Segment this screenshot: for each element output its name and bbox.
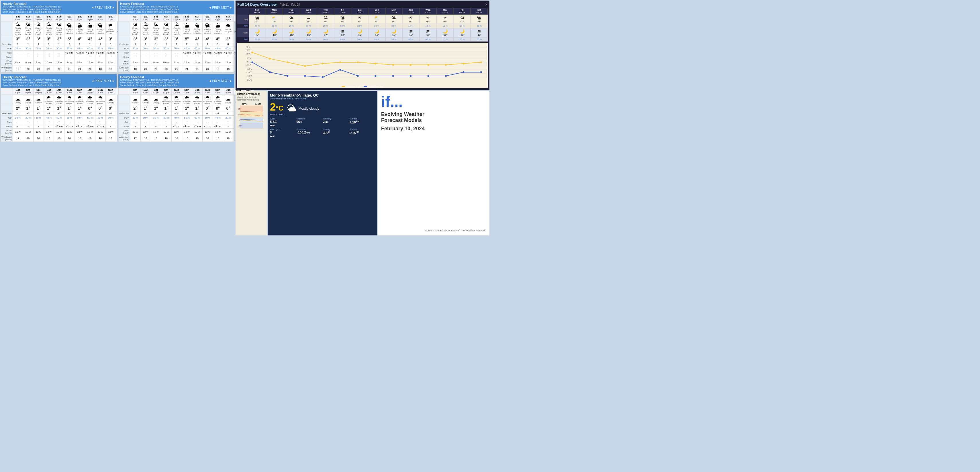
rain-cell-2: - <box>151 51 161 55</box>
overview-close-btn[interactable]: ✕ <box>485 3 488 6</box>
temp-cell-7: 0° <box>202 105 213 111</box>
feels-like-label: FEELS LIKE 1 <box>270 113 285 116</box>
snow-row-label: Snow <box>119 55 130 59</box>
day-header-2: Tue02/13 <box>283 8 300 14</box>
rain-cell-1: - <box>23 120 33 124</box>
historic-months: FEB MAR <box>237 103 265 106</box>
hour-header-7: Sat3 pm <box>202 14 213 21</box>
pop-cell-8: 40 % <box>213 116 223 120</box>
temp-cell-8: 4° <box>213 36 223 42</box>
wind-cell-6: 14 w <box>75 59 85 66</box>
wind-cell-0: 11 w <box>130 129 140 135</box>
hour-header-5: Sat1 pm <box>182 14 192 21</box>
gust-cell-0: 17 <box>13 135 23 142</box>
svg-text:25°: 25° <box>238 108 241 110</box>
feels-cell-0: 1 <box>130 42 140 46</box>
night-icon-cell-3: 🌙-16° <box>300 28 317 37</box>
gust-cell-6: 18 <box>192 135 202 142</box>
top-left-next-btn[interactable]: NEXT ► <box>104 6 115 9</box>
temp-cell-2: 3° <box>151 36 161 42</box>
temp-cell-0: 2° <box>13 105 23 111</box>
feels-cell-6: 1 <box>192 42 202 46</box>
overview-title: Full 14 Days Overview <box>237 2 277 6</box>
feels-cell-9: 0 <box>105 42 116 46</box>
pop-cell-5: 60 % <box>64 116 75 120</box>
temp-cell-6: 1° <box>192 105 202 111</box>
night-icon-cell-12: 🌙-13° <box>453 28 471 37</box>
rain-cell-0: - <box>130 51 140 55</box>
condition-cell-7: 🌨Scattered flurries <box>85 95 95 105</box>
bottom-left-prev-btn[interactable]: ◄ PREV <box>91 79 103 83</box>
hour-header-6: Sun2 am <box>75 88 85 95</box>
condition-cell-2: ☁Cloudy <box>151 95 161 105</box>
temp-cell-3: 3° <box>161 36 171 42</box>
wind-cell-0: 6 sw <box>13 59 23 66</box>
pressure-detail: Pressure ↑100.2kPa <box>297 128 322 137</box>
pop-cell-1: 30 % <box>140 46 151 51</box>
night-icon-cell-0: 🌙-5° <box>249 28 266 37</box>
snow-cell-1: - <box>23 124 33 129</box>
feels-cell-5: -3 <box>182 111 192 116</box>
gust-cell-9: 18 <box>223 66 233 73</box>
condition-cell-3: 🌤Cloudy with sunny breaks <box>43 21 54 36</box>
wind-gust-label: Wind gust <box>270 128 296 130</box>
mar-label: MAR <box>255 103 261 106</box>
bottom-middle-prev-btn[interactable]: ◄ PREV <box>208 79 220 83</box>
pop-cell-3: 30 % <box>161 46 171 51</box>
snow-row-label: Snow <box>1 55 13 59</box>
condition-cell-0: ☁Cloudy <box>130 95 140 105</box>
svg-point-23 <box>322 63 323 64</box>
top-middle-prev-btn[interactable]: ◄ PREV <box>208 6 220 9</box>
svg-point-21 <box>286 61 288 63</box>
pop-cell-0: 30 % <box>13 46 23 51</box>
temp-cell-4: 3° <box>171 36 182 42</box>
wind-cell-1: 12 w <box>23 129 33 135</box>
snow-row-label: Snow <box>1 124 13 129</box>
wind-cell-6: 14 w <box>192 59 202 66</box>
pop-cell-6: 60 % <box>75 116 85 120</box>
svg-point-41 <box>392 75 394 77</box>
hour-header-6: Sat2 pm <box>192 14 202 21</box>
feels-cell-0: 1 <box>13 42 23 46</box>
pop-cell-6: 40 % <box>75 46 85 51</box>
temp-cell-7: 4° <box>85 36 95 42</box>
night-pop-cell-1: 20 % <box>266 37 283 41</box>
feels-cell-8: 1 <box>95 42 105 46</box>
bottom-left-next-btn[interactable]: NEXT ► <box>104 79 115 83</box>
visibility-value: 2km <box>323 120 348 124</box>
svg-point-40 <box>374 75 376 77</box>
gust-cell-1: 20 <box>23 66 33 73</box>
forecast-table: Sat8 amSat9 amSat10 amSat11 amSat12 pmSa… <box>118 14 254 73</box>
bottom-left-header: Hourly Forecast SATURDAY, FEBRUARY 10 - … <box>1 74 117 87</box>
wind-cell-4: 12 w <box>171 129 182 135</box>
bottom-middle-next-btn[interactable]: NEXT ► <box>221 79 232 83</box>
svg-point-31 <box>463 63 464 64</box>
day-icon-cell-4: 🌤-7° <box>317 14 334 24</box>
ceiling-detail: Ceiling 300m <box>323 128 348 137</box>
bottom-middle-header: Hourly Forecast SATURDAY, FEBRUARY 10 - … <box>118 74 234 87</box>
night-legend-label: Nighttime low <box>368 85 383 88</box>
temp-cell-4: 1° <box>54 105 64 111</box>
gust-cell-5: 21 <box>64 66 75 73</box>
ceiling-label: Ceiling <box>323 128 348 130</box>
pop-cell-6: 60 % <box>192 116 202 120</box>
feels-like-row-label: Feels like <box>1 111 13 116</box>
gust-cell-7: 18 <box>85 135 95 142</box>
feels-cell-9: -4 <box>105 111 116 116</box>
forecast-table: Sat8 amSat9 amSat10 amSat11 amSat12 pmSa… <box>1 14 137 73</box>
night-legend-color <box>364 86 367 87</box>
rain-cell-8: <1 mm <box>95 51 105 55</box>
night-pop-cell-10: 60 % <box>420 37 437 41</box>
night-icon-cell-9: 🌨-16° <box>402 28 420 37</box>
gust-cell-4: 18 <box>54 135 64 142</box>
pop-cell-7: 60 % <box>202 116 213 120</box>
top-left-prev-btn[interactable]: ◄ PREV <box>91 6 103 9</box>
top-middle-next-btn[interactable]: NEXT ► <box>221 6 232 9</box>
rain-cell-1: - <box>23 51 33 55</box>
day-pop-cell-2: 30 % <box>283 24 300 28</box>
svg-point-36 <box>304 75 306 77</box>
snow-cell-3: - <box>161 124 171 129</box>
night-pop-cell-9: 60 % <box>402 37 420 41</box>
current-temp: 2°C <box>270 101 283 113</box>
svg-point-37 <box>322 76 323 78</box>
